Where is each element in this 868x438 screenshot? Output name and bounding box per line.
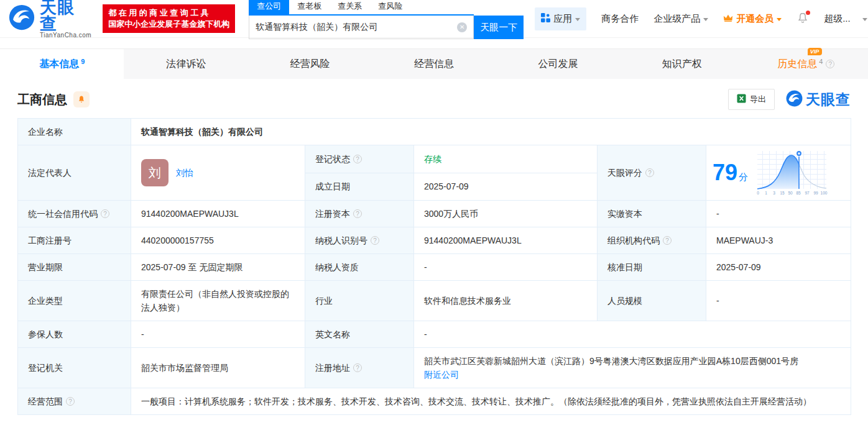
tab-basic-info[interactable]: 基本信息 9 bbox=[0, 49, 124, 79]
approval-date-value: 2025-07-09 bbox=[706, 254, 851, 281]
search-button[interactable]: 天眼一下 bbox=[474, 16, 524, 39]
legal-rep-cell: 刘 刘怡 bbox=[131, 145, 305, 201]
help-icon[interactable]: ? bbox=[353, 209, 362, 218]
credit-code-value: 91440200MAEPWAUJ3L bbox=[131, 201, 305, 227]
monitor-bell-button[interactable] bbox=[73, 91, 90, 107]
tab-operation-risk[interactable]: 经营风险 bbox=[248, 49, 372, 79]
search-area: 查公司 查老板 查关系 查风险 软通智算科技（韶关）有限公司 ✕ 天眼一下 bbox=[249, 0, 524, 39]
insured-label: 参保人数 bbox=[18, 321, 131, 348]
table-row: 参保人数 - 英文名称 - bbox=[18, 321, 851, 348]
tab-operation-info[interactable]: 经营信息 bbox=[372, 49, 496, 79]
reg-authority-label: 登记机关 bbox=[18, 348, 131, 388]
brand-domain: TianYanCha.com bbox=[40, 32, 91, 39]
notification-dot bbox=[806, 11, 810, 15]
paid-capital-label: 实缴资本 bbox=[598, 201, 706, 227]
reg-capital-label: 注册资本? bbox=[305, 201, 414, 227]
help-icon[interactable]: ? bbox=[101, 209, 109, 218]
taxpayer-quality-label: 纳税人资质 bbox=[305, 254, 414, 281]
help-icon[interactable]: ? bbox=[663, 236, 672, 245]
help-icon[interactable]: ? bbox=[353, 363, 362, 372]
export-button[interactable]: 导出 bbox=[728, 89, 775, 110]
vip-badge: VIP bbox=[808, 48, 823, 55]
taxpayer-id-value: 91440200MAEPWAUJ3L bbox=[414, 227, 598, 254]
establish-date-value: 2025-07-09 bbox=[414, 173, 598, 201]
svg-text:3: 3 bbox=[773, 191, 775, 195]
clear-search-icon[interactable]: ✕ bbox=[457, 22, 467, 32]
business-scope-value: 一般项目：计算机系统服务；软件开发；技术服务、技术开发、技术咨询、技术交流、技术… bbox=[131, 388, 851, 415]
staff-size-label: 人员规模 bbox=[598, 281, 706, 321]
reg-status-value: 存续 bbox=[414, 145, 598, 173]
tab-basic-info-count: 9 bbox=[81, 58, 85, 65]
nav-open-vip[interactable]: 开通会员 bbox=[723, 13, 782, 25]
help-icon[interactable]: ? bbox=[371, 236, 379, 245]
chevron-down-icon bbox=[703, 18, 708, 21]
industry-label: 行业 bbox=[305, 281, 414, 321]
table-row: 企业类型 有限责任公司（非自然人投资或控股的法人独资） 行业 软件和信息技术服务… bbox=[18, 281, 851, 321]
taxpayer-quality-value: - bbox=[414, 254, 598, 281]
tab-history-info[interactable]: 历史信息 VIP 4 ? bbox=[744, 49, 868, 79]
address-label: 注册地址? bbox=[305, 348, 414, 388]
apps-label: 应用 bbox=[553, 13, 572, 25]
nav-cooperation[interactable]: 商务合作 bbox=[601, 13, 639, 25]
table-row: 经营范围? 一般项目：计算机系统服务；软件开发；技术服务、技术开发、技术咨询、技… bbox=[18, 388, 851, 415]
help-icon[interactable]: ? bbox=[826, 60, 834, 68]
export-label: 导出 bbox=[750, 94, 766, 105]
score-label: 天眼评分? bbox=[598, 145, 706, 201]
search-tab-relation[interactable]: 查关系 bbox=[330, 0, 370, 14]
tab-intellectual-property[interactable]: 知识产权 bbox=[620, 49, 744, 79]
reg-number-value: 440200000157755 bbox=[131, 227, 305, 254]
paid-capital-value: - bbox=[706, 201, 851, 227]
help-icon[interactable]: ? bbox=[66, 397, 75, 406]
reg-authority-value: 韶关市市场监督管理局 bbox=[131, 348, 305, 388]
tab-company-development[interactable]: 公司发展 bbox=[496, 49, 620, 79]
score-distribution-chart: 0 1 3 15 50 85 97 99 100 bbox=[755, 149, 829, 196]
credit-code-label: 统一社会信用代码? bbox=[18, 201, 131, 227]
business-info-table: 企业名称 软通智算科技（韶关）有限公司 法定代表人 刘 刘怡 登记状态? 存续 … bbox=[17, 118, 851, 415]
excel-icon bbox=[737, 94, 746, 105]
score-cell: 79分 bbox=[706, 145, 851, 201]
business-term-value: 2025-07-09 至 无固定期限 bbox=[131, 254, 305, 281]
company-tabbar: 基本信息 9 法律诉讼 经营风险 经营信息 公司发展 知识产权 历史信息 VIP… bbox=[0, 48, 868, 79]
avatar[interactable]: 刘 bbox=[141, 159, 169, 186]
apps-menu[interactable]: 应用 bbox=[535, 7, 586, 30]
nav-enterprise-label: 企业级产品 bbox=[653, 13, 700, 25]
svg-text:99: 99 bbox=[813, 191, 818, 195]
tianyancha-swirl-icon bbox=[9, 4, 35, 33]
legal-rep-link[interactable]: 刘怡 bbox=[176, 166, 193, 180]
chevron-down-icon bbox=[862, 18, 867, 21]
company-type-label: 企业类型 bbox=[18, 281, 131, 321]
nearby-companies-link[interactable]: 附近公司 bbox=[424, 370, 459, 380]
legal-rep-label: 法定代表人 bbox=[18, 145, 131, 201]
help-icon[interactable]: ? bbox=[645, 168, 654, 177]
approval-date-label: 核准日期 bbox=[598, 254, 706, 281]
tianyancha-logo[interactable]: 天眼查 TianYanCha.com bbox=[9, 0, 91, 39]
search-input[interactable]: 软通智算科技（韶关）有限公司 ✕ bbox=[249, 16, 474, 39]
org-code-label: 组织机构代码? bbox=[598, 227, 706, 254]
search-tab-company[interactable]: 查公司 bbox=[249, 0, 289, 14]
search-tab-risk[interactable]: 查风险 bbox=[370, 0, 410, 14]
tab-basic-info-label: 基本信息 bbox=[39, 58, 79, 71]
tab-legal-litigation[interactable]: 法律诉讼 bbox=[124, 49, 247, 79]
svg-text:85: 85 bbox=[796, 191, 801, 195]
reg-number-label: 工商注册号 bbox=[18, 227, 131, 254]
top-header: 天眼查 TianYanCha.com 都在用的商业查询工具 国家中小企业发展子基… bbox=[0, 0, 868, 38]
tianyancha-swirl-icon bbox=[786, 90, 803, 109]
insured-value: - bbox=[131, 321, 305, 348]
user-menu[interactable]: 超级... bbox=[824, 13, 867, 25]
table-row: 企业名称 软通智算科技（韶关）有限公司 bbox=[18, 119, 851, 145]
svg-text:0: 0 bbox=[757, 191, 759, 195]
taxpayer-id-label: 纳税人识别号? bbox=[305, 227, 414, 254]
chevron-down-icon bbox=[575, 18, 580, 21]
nav-enterprise[interactable]: 企业级产品 bbox=[653, 13, 708, 25]
staff-size-value: - bbox=[706, 281, 851, 321]
help-icon[interactable]: ? bbox=[353, 155, 362, 163]
notification-bell[interactable] bbox=[796, 12, 809, 26]
table-row: 统一社会信用代码? 91440200MAEPWAUJ3L 注册资本? 3000万… bbox=[18, 201, 851, 227]
company-name-value: 软通智算科技（韶关）有限公司 bbox=[131, 119, 851, 145]
score-value: 79分 bbox=[713, 162, 748, 184]
crown-icon bbox=[723, 14, 733, 24]
search-tab-boss[interactable]: 查老板 bbox=[289, 0, 330, 14]
table-row: 营业期限 2025-07-09 至 无固定期限 纳税人资质 - 核准日期 202… bbox=[18, 254, 851, 281]
header-nav: 应用 商务合作 企业级产品 开通会员 超级... bbox=[535, 7, 867, 30]
svg-text:100: 100 bbox=[821, 191, 828, 195]
